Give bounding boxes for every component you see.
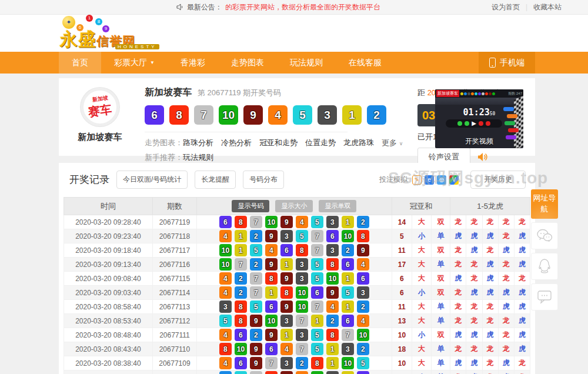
number-ball-5: 5 xyxy=(311,329,323,341)
set-home-link[interactable]: 设为首页 xyxy=(492,2,520,12)
table-row: 2020-03-20 08:48:40206771114629135871010… xyxy=(64,328,530,342)
video-banner: 新加坡赛车 xyxy=(436,90,459,97)
row-parity: 单 xyxy=(432,356,450,370)
col-header-sum-group: 冠亚和 xyxy=(392,198,450,215)
row-time: 2020-03-20 09:23:40 xyxy=(64,229,153,243)
number-ball-10: 10 xyxy=(265,216,278,228)
row-dragon-tiger-4: 龙 xyxy=(498,328,514,342)
edit-app-icon[interactable]: ✎ xyxy=(412,175,422,185)
row-dragon-tiger-4: 龙 xyxy=(498,215,514,229)
row-dragon-tiger-2: 虎 xyxy=(466,356,482,370)
wechat-button[interactable] xyxy=(531,222,558,249)
row-sum: 11 xyxy=(392,243,412,258)
number-ball-3: 3 xyxy=(280,357,293,369)
nav-item-走势图表[interactable]: 走势图表 xyxy=(218,52,277,74)
row-dragon-tiger-1: 虎 xyxy=(450,229,466,243)
row-dragon-tiger-3: 虎 xyxy=(482,286,498,300)
row-dragon-tiger-3: 虎 xyxy=(482,328,498,342)
speaker-icon xyxy=(176,4,184,11)
records-button-长龙提醒[interactable]: 长龙提醒 xyxy=(195,171,236,189)
race-car-decoration xyxy=(508,128,519,132)
row-parity: 双 xyxy=(432,328,450,342)
nav-item-香港彩[interactable]: 香港彩 xyxy=(168,52,218,74)
row-parity: 单 xyxy=(432,258,450,272)
play-icon[interactable]: ▶ xyxy=(472,121,476,126)
number-ball-6: 6 xyxy=(235,357,247,369)
row-size: 小 xyxy=(412,370,431,374)
display-button-显示号码[interactable]: 显示号码 xyxy=(232,200,269,212)
mobile-version-button[interactable]: 手机端 xyxy=(479,52,535,74)
number-ball-7: 7 xyxy=(250,286,262,299)
number-ball-10: 10 xyxy=(357,329,369,341)
row-dragon-tiger-3: 龙 xyxy=(482,300,498,314)
nav-item-在线客服[interactable]: 在线客服 xyxy=(336,52,395,74)
more-link[interactable]: 更多 ∨ xyxy=(382,138,403,148)
number-ball-9: 9 xyxy=(265,329,278,341)
number-ball-6: 6 xyxy=(265,343,278,355)
table-row: 2020-03-20 09:08:4020677115427893510166大… xyxy=(64,272,530,286)
volume-icon[interactable] xyxy=(477,152,488,162)
browser-app-icon[interactable]: e xyxy=(425,175,434,185)
sim-label: 投注模拟 xyxy=(379,175,407,185)
table-row: 2020-03-20 09:18:40206771171015468732911… xyxy=(64,243,530,258)
number-ball-3: 3 xyxy=(326,371,339,374)
row-dragon-tiger-3: 虎 xyxy=(482,272,498,286)
display-button-显示单双[interactable]: 显示单双 xyxy=(319,200,356,212)
row-time: 2020-03-20 08:33:40 xyxy=(64,370,153,374)
row-ball-group: 46291358710 xyxy=(197,329,392,341)
qq-button[interactable] xyxy=(531,253,558,280)
trend-link-冠亚和走势[interactable]: 冠亚和走势 xyxy=(259,138,298,147)
history-button[interactable]: 开奖历史 xyxy=(470,171,526,189)
row-time: 2020-03-20 09:28:40 xyxy=(64,215,153,229)
site-nav-box[interactable]: 网址导航 xyxy=(531,189,558,219)
number-ball-1: 1 xyxy=(280,329,293,341)
number-ball-2: 2 xyxy=(357,343,369,355)
qq-icon xyxy=(537,258,552,275)
row-dragon-tiger-3: 龙 xyxy=(482,243,498,258)
number-ball-9: 9 xyxy=(280,272,293,285)
records-button-今日双面/号码统计[interactable]: 今日双面/号码统计 xyxy=(116,171,188,189)
row-dragon-tiger-5: 虎 xyxy=(514,286,530,300)
wechat-icon xyxy=(536,229,553,243)
records-panel: 开奖记录 今日双面/号码统计长龙提醒号码分布 投注模拟 ✎ e ◍ V 开奖历史… xyxy=(59,163,535,374)
trend-link-路珠分析[interactable]: 路珠分析 xyxy=(183,138,213,147)
rules-link[interactable]: 玩法规则 xyxy=(183,152,213,163)
row-time: 2020-03-20 09:18:40 xyxy=(64,243,153,258)
row-dragon-tiger-1: 龙 xyxy=(450,286,466,300)
number-ball-8: 8 xyxy=(235,300,247,313)
row-dragon-tiger-1: 龙 xyxy=(450,300,466,314)
row-sum: 11 xyxy=(392,300,412,314)
nav-item-首页[interactable]: 首页 xyxy=(59,52,101,74)
video-dot-2 xyxy=(464,92,467,95)
number-ball-2: 2 xyxy=(219,371,232,374)
video-dot-5 xyxy=(475,92,477,95)
table-row: 2020-03-20 08:33:4020677108257894103167小… xyxy=(64,370,530,374)
number-ball-10: 10 xyxy=(342,357,354,369)
number-ball-1: 1 xyxy=(326,357,339,369)
trend-link-龙虎路珠[interactable]: 龙虎路珠 xyxy=(343,138,374,147)
nav-item-彩票大厅[interactable]: 彩票大厅▼ xyxy=(101,52,168,74)
row-dragon-tiger-3: 龙 xyxy=(482,356,498,370)
records-button-号码分布[interactable]: 号码分布 xyxy=(243,171,284,189)
site-header: ✦1869 永盛信誉网 HONESTY xyxy=(0,15,588,52)
lottery-video-panel[interactable]: 新加坡赛车 期数:247 01:2350 ▶ 开奖视频 xyxy=(435,89,523,148)
bookmark-link[interactable]: 收藏本站 xyxy=(533,2,562,12)
row-time: 2020-03-20 08:38:40 xyxy=(64,356,153,370)
display-button-显示大小[interactable]: 显示大小 xyxy=(275,200,313,212)
trend-link-冷热分析[interactable]: 冷热分析 xyxy=(221,138,252,147)
nav-item-玩法规则[interactable]: 玩法规则 xyxy=(277,52,336,74)
row-numbers: 41293576108 xyxy=(197,229,392,243)
site-logo[interactable]: ✦1869 永盛信誉网 HONESTY xyxy=(59,16,171,51)
chat-button[interactable] xyxy=(531,283,558,310)
browser-app-icon-2[interactable]: ◍ xyxy=(437,175,446,185)
trend-link-位置走势[interactable]: 位置走势 xyxy=(305,138,336,147)
multicolor-app-icon[interactable]: V xyxy=(449,175,459,185)
video-dot-4 xyxy=(471,92,474,95)
number-ball-1: 1 xyxy=(342,371,354,374)
newbie-label: 新手推荐： xyxy=(145,152,183,163)
row-numbers: 81096475132 xyxy=(197,342,392,356)
number-ball-5: 5 xyxy=(219,315,232,327)
number-ball-1: 1 xyxy=(342,272,354,285)
number-ball-9: 9 xyxy=(280,371,293,374)
number-ball-4: 4 xyxy=(265,244,278,256)
